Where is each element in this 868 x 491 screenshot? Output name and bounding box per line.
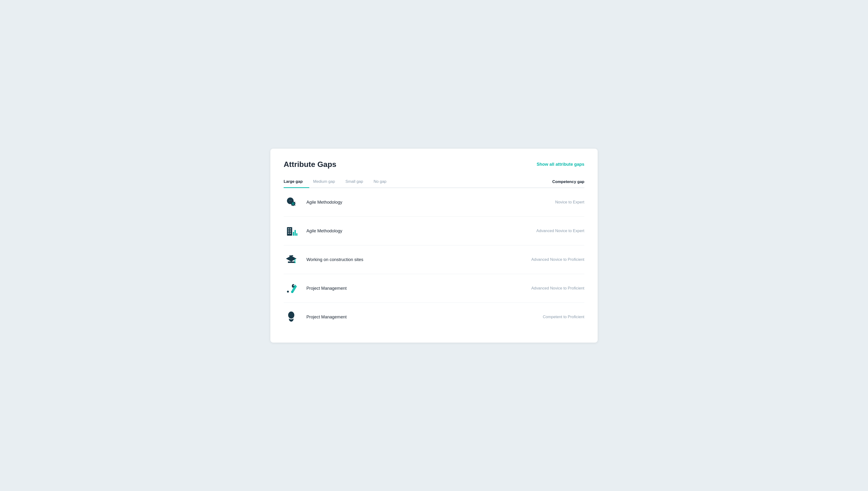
item-name: Project Management [307,286,509,291]
svg-rect-20 [288,233,289,234]
show-all-link[interactable]: Show all attribute gaps [537,162,584,167]
item-gap: Competent to Proficient [509,315,584,319]
list-item: Agile Methodology Novice to Expert [284,188,584,217]
item-name: Working on construction sites [307,257,509,262]
item-gap: Advanced Novice to Proficient [509,257,584,262]
svg-rect-22 [293,232,294,236]
item-gap: Novice to Expert [509,200,584,205]
attribute-gaps-card: Attribute Gaps Show all attribute gaps L… [270,149,598,343]
svg-rect-18 [288,230,289,232]
tab-large-gap[interactable]: Large gap [284,176,309,188]
svg-point-31 [287,291,289,293]
svg-rect-16 [288,228,289,230]
svg-rect-28 [294,259,295,262]
item-gap: Advanced Novice to Expert [509,229,584,233]
list-item: Project Management Competent to Proficie… [284,303,584,331]
svg-rect-30 [288,261,294,263]
competency-gap-header: Competency gap [552,179,584,187]
svg-rect-5 [293,205,294,206]
svg-rect-4 [293,201,294,202]
svg-rect-24 [296,233,297,236]
wrench-tools-icon [284,281,299,296]
item-name: Project Management [307,314,509,320]
list-item: Working on construction sites Advanced N… [284,246,584,274]
svg-rect-21 [290,233,291,234]
list-item: Agile Methodology Advanced Novice to Exp… [284,217,584,246]
svg-point-13 [289,200,290,201]
tabs-row: Large gap Medium gap Small gap No gap Co… [284,176,584,188]
item-name: Agile Methodology [307,228,509,233]
building-chart-icon [284,223,299,238]
svg-point-14 [291,200,291,201]
tab-medium-gap[interactable]: Medium gap [313,176,342,188]
card-header: Attribute Gaps Show all attribute gaps [284,160,584,169]
card-title: Attribute Gaps [284,160,336,169]
brain-gear-icon [284,195,299,210]
item-name: Agile Methodology [307,200,509,205]
items-list: Agile Methodology Novice to Expert [284,188,584,331]
svg-point-3 [293,203,294,204]
item-gap: Advanced Novice to Proficient [509,286,584,291]
tab-no-gap[interactable]: No gap [374,176,393,188]
list-item: Project Management Advanced Novice to Pr… [284,274,584,303]
svg-rect-7 [294,203,295,204]
graduation-tools-icon [284,252,299,267]
svg-rect-17 [290,228,291,230]
svg-point-33 [288,312,294,319]
svg-rect-27 [289,255,293,256]
svg-rect-23 [294,230,296,236]
svg-rect-19 [290,230,291,232]
svg-point-12 [288,198,293,204]
person-head-icon [284,309,299,324]
tab-small-gap[interactable]: Small gap [346,176,370,188]
svg-rect-15 [287,227,292,236]
